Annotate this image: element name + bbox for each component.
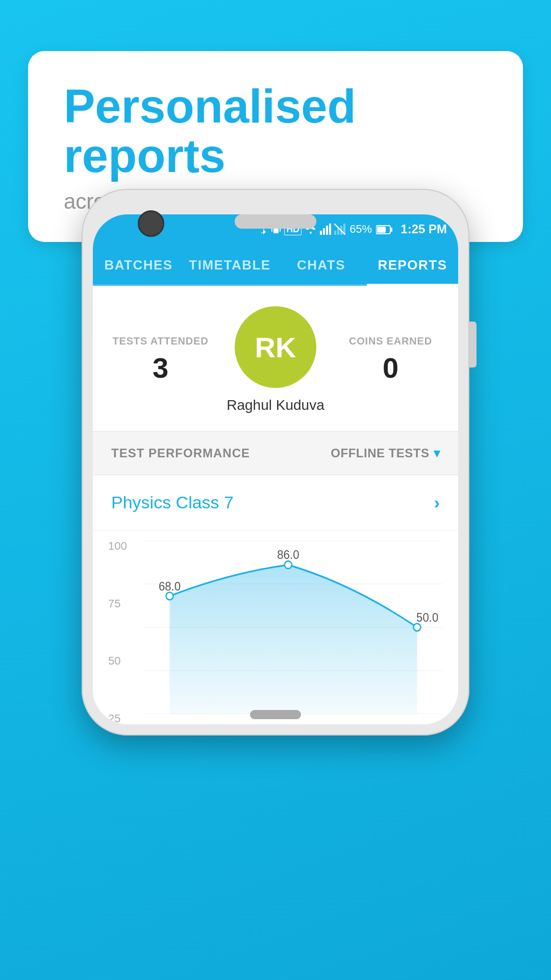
avatar-initials: RK — [255, 331, 296, 364]
tests-attended-block: TESTS ATTENDED 3 — [108, 335, 213, 384]
svg-rect-5 — [326, 226, 328, 235]
chart-area: 100 75 50 25 — [93, 530, 458, 724]
tab-timetable[interactable]: TIMETABLE — [184, 244, 276, 284]
speaker — [235, 214, 316, 229]
no-signal-icon — [334, 224, 345, 235]
svg-point-20 — [166, 592, 173, 600]
phone-outer: HD 65% 1:25 PM BATCHES TIMETABLE — [82, 189, 469, 736]
phone-screen: HD 65% 1:25 PM BATCHES TIMETABLE — [93, 214, 458, 724]
chart-y-labels: 100 75 50 25 — [108, 541, 127, 724]
chevron-right-icon: › — [434, 493, 440, 512]
y-label-25: 25 — [108, 713, 127, 724]
coins-earned-label: COINS EARNED — [338, 335, 443, 347]
chevron-down-icon: ▾ — [434, 446, 440, 460]
tests-attended-label: TESTS ATTENDED — [108, 335, 213, 347]
y-label-50: 50 — [108, 655, 127, 667]
home-indicator — [250, 710, 301, 719]
power-button — [469, 322, 477, 368]
y-label-75: 75 — [108, 598, 127, 609]
y-label-100: 100 — [108, 541, 127, 552]
perf-header: TEST PERFORMANCE OFFLINE TESTS ▾ — [93, 431, 458, 475]
camera-icon — [138, 210, 164, 237]
coins-earned-value: 0 — [338, 351, 443, 384]
avatar-block: RK Raghul Kuduva — [213, 306, 338, 413]
svg-rect-6 — [329, 224, 331, 235]
svg-text:50.0: 50.0 — [416, 611, 438, 625]
svg-text:68.0: 68.0 — [159, 579, 181, 593]
svg-point-22 — [413, 624, 420, 631]
battery-level: 65% — [349, 223, 392, 236]
tab-chats[interactable]: CHATS — [276, 244, 367, 284]
status-time: 1:25 PM — [400, 222, 447, 236]
tests-attended-value: 3 — [108, 351, 213, 384]
svg-rect-14 — [377, 227, 386, 233]
tab-reports[interactable]: REPORTS — [367, 244, 458, 284]
class-name: Physics Class 7 — [111, 493, 234, 512]
svg-text:86.0: 86.0 — [277, 548, 299, 562]
profile-section: TESTS ATTENDED 3 RK Raghul Kuduva COINS … — [93, 286, 458, 431]
svg-rect-3 — [320, 231, 322, 235]
chart-svg: 68.0 86.0 50.0 — [144, 541, 443, 714]
battery-icon — [376, 225, 392, 234]
bubble-title: Personalised reports — [64, 82, 487, 180]
svg-rect-13 — [390, 228, 392, 232]
svg-point-21 — [285, 561, 292, 569]
phone-mockup: HD 65% 1:25 PM BATCHES TIMETABLE — [82, 189, 469, 736]
offline-tests-dropdown[interactable]: OFFLINE TESTS ▾ — [331, 446, 440, 460]
coins-earned-block: COINS EARNED 0 — [338, 335, 443, 384]
chart-content: 68.0 86.0 50.0 — [144, 541, 443, 724]
class-row[interactable]: Physics Class 7 › — [93, 475, 458, 530]
signal-icon — [320, 224, 331, 235]
avatar: RK — [235, 306, 316, 388]
svg-rect-7 — [334, 231, 336, 235]
avatar-name: Raghul Kuduva — [227, 397, 324, 413]
nav-tabs: BATCHES TIMETABLE CHATS REPORTS — [93, 244, 458, 286]
tab-batches[interactable]: BATCHES — [93, 244, 184, 284]
svg-rect-4 — [323, 228, 325, 235]
test-performance-label: TEST PERFORMANCE — [111, 446, 250, 460]
offline-tests-label: OFFLINE TESTS — [331, 446, 429, 460]
